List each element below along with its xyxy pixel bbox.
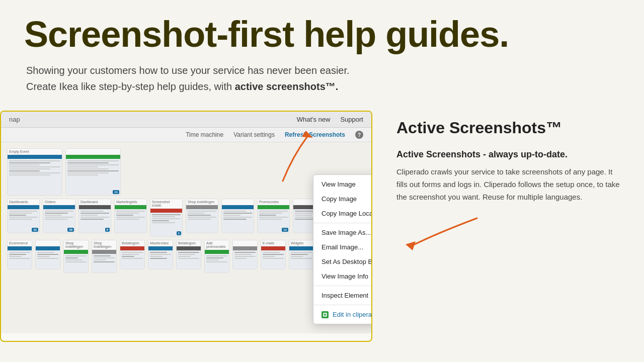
thumb-item-2[interactable]: 11 [65,148,121,196]
thumb-label: E-mails [261,240,285,246]
context-menu-group-1: View Image Copy Image Copy Image Locatio… [313,175,372,223]
context-menu-copy-location[interactable]: Copy Image Location [313,206,372,221]
context-menu-group-4: Edit in cliperado [313,305,372,324]
thumb-label: Empty Event [8,149,62,155]
thumb-screenshot-instell[interactable]: Screenshot instell. 1 [150,199,183,237]
thumb-ecommerce[interactable]: Ecommerce [7,240,32,269]
context-menu-group-3: Inspect Element [313,286,372,305]
cliperado-icon [321,311,329,318]
svg-marker-3 [302,131,313,138]
thumb-label: Masterclass [148,240,173,246]
thumb-label: Ecommerce [8,240,32,246]
thumb-label: Marketingbits [115,199,146,205]
arrow-up [243,126,323,186]
thumb-label: Add promocodes [205,240,229,250]
thumb-label: Betalingsm. [177,240,201,246]
right-panel: Active Screenshots™ Active Screenshots -… [372,111,644,261]
thumb-betalingsm2[interactable]: Betalingsm. [176,240,201,269]
thumb-masterclass[interactable]: Masterclass [148,240,173,269]
thumb-label: Dashboards [8,199,39,205]
content-row: nap What's new Support Time machine Vari… [0,111,644,342]
panel-title: Active Screenshots™ [396,119,620,137]
thumb-badge: 11 [113,190,119,194]
thumb-label: Shop instellingen [92,240,116,250]
context-menu-copy-image[interactable]: Copy Image [313,192,372,206]
panel-body: Cliperado crawls your service to take sc… [396,166,620,203]
fills-out-forms-text: fills out forms and logs [396,180,471,189]
thumb-orders[interactable]: Orders 36 [43,199,75,233]
thumb-betalingsm1[interactable]: Betalingsm. [120,240,145,269]
thumb-shop-instellingen-sm1[interactable]: Shop instellingen [63,240,89,273]
thumb-badge: 32 [32,228,38,232]
thumb-label: Widgets [289,240,313,246]
thumb-label: Shop instellingen [64,240,88,250]
subtitle-bold: active screenshots™. [235,81,339,92]
thumb-emails[interactable]: E-mails [261,240,286,269]
thumb-label [222,199,254,205]
thumb-widgets[interactable]: Widgets [289,240,314,269]
thumb-badge: 36 [67,228,74,232]
thumbnail-row-2: Dashboards 32 Orders [7,199,365,237]
thumb-sm-2[interactable] [35,240,60,269]
whats-new-link[interactable]: What's new [297,116,331,123]
thumbnail-row-3: Ecommerce [7,240,365,273]
thumb-dashboard[interactable]: Dashboard 9 [78,199,111,233]
thumb-dashboards[interactable]: Dashboards 32 [7,199,40,233]
context-menu-image-info[interactable]: View Image Info [313,269,372,284]
header-section: Screenshot-first help guides. Showing yo… [0,0,644,107]
thumb-label [66,149,120,155]
context-menu-group-2: Save Image As... Email Image... Set As D… [313,223,372,286]
thumb-badge: 9 [105,228,110,232]
help-icon[interactable]: ? [355,131,363,139]
thumb-badge: 1 [177,231,181,235]
subtitle-line1: Showing your customers how to use your s… [26,65,350,76]
thumb-label [233,240,257,246]
thumb-item-blank[interactable] [221,199,254,233]
thumb-label [36,240,60,246]
thumb-promocodes[interactable]: Promocodes 12 [257,199,290,233]
context-menu-view-image[interactable]: View Image [313,177,372,192]
thumb-badge: 12 [282,228,288,232]
thumb-empty-event[interactable]: Empty Event [7,148,62,196]
thumb-label: Dashboard [79,199,111,205]
thumb-shop-instellingen-sm2[interactable]: Shop instellingen [92,240,117,273]
thumb-label: Promocodes [258,199,289,205]
context-menu-email-image[interactable]: Email Image... [313,240,372,254]
context-menu-edit-cliperado[interactable]: Edit in cliperado [313,307,372,322]
context-menu: View Image Copy Image Copy Image Locatio… [313,174,372,324]
thumb-shop-instellingen[interactable]: Shop instellingen [186,199,218,233]
browser-nav-right: What's new Support [297,116,363,123]
context-menu-inspect[interactable]: Inspect Element [313,288,372,303]
subtitle-line2: Create Ikea like step-by-step help guide… [26,81,232,92]
support-link[interactable]: Support [340,116,363,123]
arrow-down [396,213,497,253]
thumb-add-promocodes[interactable]: Add promocodes [204,240,229,273]
panel-subtitle: Active Screenshots - always up-to-date. [396,149,620,160]
thumb-marketingbits[interactable]: Marketingbits [114,199,147,233]
thumb-label: Orders [43,199,75,205]
page-title: Screenshot-first help guides. [24,16,620,52]
browser-nav-left: nap [9,116,20,123]
subtitle: Showing your customers how to use your s… [24,62,620,95]
thumb-label: Shop instellingen [186,199,218,205]
thumb-sm-blank[interactable] [232,240,258,269]
thumb-label: Screenshot instell. [150,199,182,209]
time-machine-btn[interactable]: Time machine [186,131,223,138]
svg-marker-4 [406,241,416,250]
context-menu-desktop-bg[interactable]: Set As Desktop Background... [313,254,372,269]
screenshot-panel: nap What's new Support Time machine Vari… [0,111,372,342]
thumb-label: Betalingsm. [120,240,144,246]
context-menu-save-image[interactable]: Save Image As... [313,225,372,240]
